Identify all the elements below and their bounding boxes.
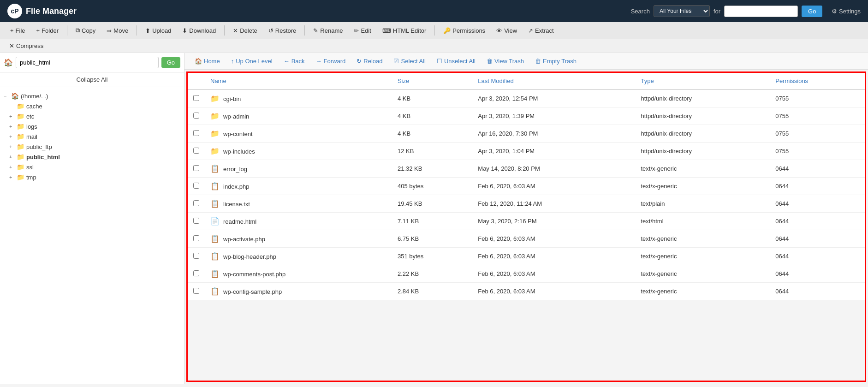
select-all-button[interactable]: ☑ Select All (389, 56, 430, 66)
sidebar-item-ssl[interactable]: + 📁 ssl (0, 162, 184, 172)
empty-trash-icon: 🗑 (535, 58, 541, 65)
row-name[interactable]: wp-admin (223, 113, 249, 120)
sidebar-path-input[interactable] (16, 57, 159, 68)
download-button[interactable]: ⬇ Download (178, 25, 220, 36)
extract-button[interactable]: ↗ Extract (523, 25, 558, 36)
row-name[interactable]: index.php (223, 183, 249, 190)
row-checkbox[interactable] (193, 288, 199, 294)
row-permissions: 0644 (770, 195, 865, 213)
edit-button[interactable]: ✏ Edit (349, 25, 375, 36)
sidebar-item-etc[interactable]: + 📁 etc (0, 111, 184, 121)
row-name[interactable]: license.txt (223, 201, 250, 208)
row-name[interactable]: cgi-bin (223, 95, 241, 102)
view-trash-button[interactable]: 🗑 View Trash (482, 56, 529, 66)
restore-button[interactable]: ↺ Restore (264, 25, 301, 36)
row-permissions: 0644 (770, 160, 865, 178)
sidebar-item-logs[interactable]: + 📁 logs (0, 121, 184, 131)
row-checkbox[interactable] (193, 130, 199, 136)
settings-button[interactable]: ⚙ Settings (832, 8, 861, 15)
row-checkbox[interactable] (193, 113, 199, 119)
row-checkbox[interactable] (193, 253, 199, 259)
unselect-all-button[interactable]: ☐ Unselect All (432, 56, 480, 66)
table-row[interactable]: 📄readme.html7.11 KBMay 3, 2020, 2:16 PMt… (188, 213, 865, 230)
row-checkbox[interactable] (193, 200, 199, 206)
reload-button[interactable]: ↻ Reload (352, 56, 387, 66)
new-file-button[interactable]: + File (6, 25, 30, 36)
row-checkbox[interactable] (193, 148, 199, 154)
table-row[interactable]: 📁wp-admin4 KBApr 3, 2020, 1:39 PMhttpd/u… (188, 107, 865, 125)
table-row[interactable]: 📁cgi-bin4 KBApr 3, 2020, 12:54 PMhttpd/u… (188, 89, 865, 107)
row-checkbox[interactable] (193, 235, 199, 241)
upload-button[interactable]: ⬆ Upload (141, 25, 176, 36)
row-name[interactable]: wp-activate.php (223, 236, 265, 243)
row-size: 7.11 KB (392, 213, 472, 230)
row-name[interactable]: wp-config-sample.php (223, 288, 282, 295)
folder-icon-cache: 📁 (17, 102, 24, 110)
col-size[interactable]: Size (392, 73, 472, 89)
folder-icon-etc: 📁 (17, 113, 24, 120)
col-permissions[interactable]: Permissions (770, 73, 865, 89)
search-input[interactable] (724, 6, 798, 17)
empty-trash-button[interactable]: 🗑 Empty Trash (530, 56, 581, 66)
permissions-button[interactable]: 🔑 Permissions (439, 25, 490, 36)
up-one-level-button[interactable]: ↑ Up One Level (226, 56, 277, 66)
sidebar-item-public-ftp-label: public_ftp (26, 143, 52, 150)
row-modified: Apr 16, 2020, 7:30 PM (472, 125, 635, 143)
table-row[interactable]: 📋error_log21.32 KBMay 14, 2020, 8:20 PMt… (188, 160, 865, 178)
row-checkbox[interactable] (193, 270, 199, 276)
home-nav-button[interactable]: 🏠 Home (190, 56, 225, 66)
table-row[interactable]: 📋wp-blog-header.php351 bytesFeb 6, 2020,… (188, 248, 865, 265)
table-row[interactable]: 📋wp-activate.php6.75 KBFeb 6, 2020, 6:03… (188, 230, 865, 248)
row-modified: Feb 6, 2020, 6:03 AM (472, 230, 635, 248)
row-checkbox[interactable] (193, 95, 199, 101)
sidebar-item-cache[interactable]: 📁 cache (0, 101, 184, 111)
row-name[interactable]: wp-blog-header.php (223, 253, 276, 260)
table-row[interactable]: 📋license.txt19.45 KBFeb 12, 2020, 11:24 … (188, 195, 865, 213)
row-checkbox[interactable] (193, 218, 199, 224)
row-checkbox-cell (188, 230, 205, 248)
row-checkbox[interactable] (193, 165, 199, 171)
row-modified: Feb 6, 2020, 6:03 AM (472, 265, 635, 283)
html-editor-button[interactable]: ⌨ HTML Editor (378, 25, 431, 36)
row-name[interactable]: error_log (223, 166, 247, 173)
move-button[interactable]: ⇒ Move (102, 25, 133, 36)
sidebar-item-tmp[interactable]: + 📁 tmp (0, 172, 184, 182)
col-name[interactable]: Name (205, 73, 392, 89)
empty-trash-label: Empty Trash (543, 58, 577, 65)
permissions-icon: 🔑 (443, 27, 451, 34)
row-name[interactable]: wp-content (223, 131, 253, 137)
search-scope-select[interactable]: All Your Files Public HTML Home Director… (654, 5, 710, 17)
row-name[interactable]: readme.html (223, 218, 256, 225)
table-row[interactable]: 📁wp-content4 KBApr 16, 2020, 7:30 PMhttp… (188, 125, 865, 143)
sidebar-item-public-ftp[interactable]: + 📁 public_ftp (0, 142, 184, 152)
table-row[interactable]: 📋wp-comments-post.php2.22 KBFeb 6, 2020,… (188, 265, 865, 283)
new-folder-button[interactable]: + Folder (32, 25, 63, 36)
row-permissions: 0644 (770, 248, 865, 265)
delete-button[interactable]: ✕ Delete (228, 25, 262, 36)
sidebar-item-public-html[interactable]: + 📁 public_html (0, 152, 184, 162)
forward-button[interactable]: → Forward (311, 56, 351, 66)
copy-button[interactable]: ⧉ Copy (71, 25, 100, 36)
row-size: 351 bytes (392, 248, 472, 265)
view-button[interactable]: 👁 View (492, 25, 522, 36)
row-name[interactable]: wp-comments-post.php (223, 271, 285, 278)
col-modified[interactable]: Last Modified (472, 73, 635, 89)
search-go-button[interactable]: Go (802, 6, 822, 17)
collapse-all-button[interactable]: Collapse All (0, 72, 184, 87)
compress-button[interactable]: ✕ Compress (6, 41, 47, 51)
rename-button[interactable]: ✎ Rename (309, 25, 347, 36)
sidebar-item-mail[interactable]: + 📁 mail (0, 131, 184, 142)
sidebar-go-button[interactable]: Go (161, 57, 180, 68)
sidebar-item-root[interactable]: − 🏠 (/home/. .) (0, 91, 184, 101)
sidebar-tree: − 🏠 (/home/. .) 📁 cache + 📁 etc + 📁 logs (0, 87, 184, 186)
row-checkbox[interactable] (193, 183, 199, 189)
table-row[interactable]: 📁wp-includes12 KBApr 3, 2020, 1:04 PMhtt… (188, 143, 865, 160)
row-type: text/x-generic (635, 160, 770, 178)
row-name[interactable]: wp-includes (223, 148, 255, 155)
table-row[interactable]: 📋wp-config-sample.php2.84 KBFeb 6, 2020,… (188, 283, 865, 300)
back-button[interactable]: ← Back (279, 56, 309, 66)
table-row[interactable]: 📋index.php405 bytesFeb 6, 2020, 6:03 AMt… (188, 178, 865, 195)
row-type: httpd/unix-directory (635, 89, 770, 107)
col-type[interactable]: Type (635, 73, 770, 89)
home-nav-label: Home (204, 58, 220, 65)
